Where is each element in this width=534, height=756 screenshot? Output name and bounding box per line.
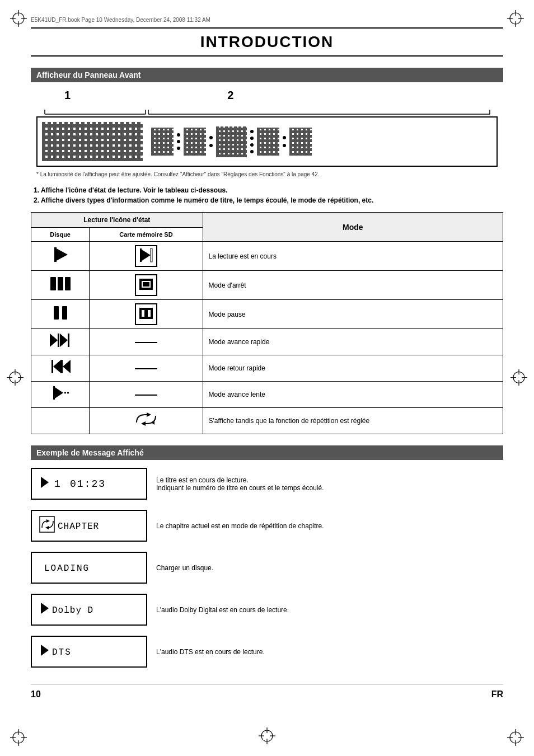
status-table: Lecture l'icône d'état Mode Disque Carte… [31, 212, 503, 434]
display-segment-left [42, 122, 143, 161]
display-footnote: * La luminosité de l'affichage peut être… [36, 171, 498, 177]
disk-icon-repeat [31, 408, 90, 434]
table-sub-header-disk: Disque [31, 228, 90, 242]
instructions: 1. Affiche l'icône d'état de lecture. Vo… [31, 186, 503, 204]
mode-playing: La lecture est en cours [203, 242, 503, 271]
disk-icon-pause [31, 300, 90, 329]
disk-icon-play [31, 242, 90, 271]
page-number-left: 10 [31, 689, 41, 699]
svg-rect-46 [50, 277, 56, 290]
example-row-3: LOADING Charger un disque. [31, 552, 503, 584]
svg-rect-55 [142, 310, 144, 317]
svg-marker-75 [46, 519, 50, 523]
svg-rect-47 [58, 277, 63, 290]
seg-block-4 [257, 128, 279, 156]
display-outer [36, 116, 498, 167]
mode-rew: Mode retour rapide [203, 355, 503, 382]
example-row-5: DTS L'audio DTS est en cours de lecture. [31, 636, 503, 668]
seg-dots-2 [250, 130, 254, 153]
svg-marker-81 [41, 645, 49, 656]
table-row: Mode d'arrêt [31, 271, 503, 300]
example-display-2: CHAPTER [31, 510, 147, 542]
svg-marker-59 [60, 334, 68, 347]
example-text-5: L'audio DTS est en cours de lecture. [156, 648, 503, 656]
sd-icon-ff [90, 329, 203, 355]
table-sub-header-sd: Carte mémoire SD [90, 228, 203, 242]
seg-block-1 [151, 128, 174, 156]
svg-rect-48 [65, 277, 71, 290]
sd-icon-repeat [90, 408, 203, 434]
svg-rect-44 [140, 248, 142, 262]
table-row: S'affiche tandis que la fonction de répé… [31, 408, 503, 434]
table-row: Mode avance lente [31, 382, 503, 408]
example-row-2: CHAPTER Le chapitre actuel est en mode d… [31, 510, 503, 542]
svg-marker-68 [147, 412, 151, 417]
svg-marker-79 [41, 603, 49, 614]
table-col1-header: Lecture l'icône d'état [31, 213, 203, 228]
disk-icon-slow [31, 382, 90, 408]
seg-colon-1 [209, 136, 213, 147]
svg-rect-63 [61, 360, 63, 373]
example-text-3: Charger un disque. [156, 564, 503, 572]
example-text-1: Le titre est en cours de lecture. Indiqu… [156, 476, 503, 492]
section2-header: Exemple de Message Affiché [31, 445, 503, 460]
mode-stop: Mode d'arrêt [203, 271, 503, 300]
mode-ff: Mode avance rapide [203, 329, 503, 355]
svg-rect-53 [62, 306, 67, 320]
seg-block-5 [289, 128, 312, 156]
svg-marker-76 [45, 526, 49, 529]
seg-colon-2 [283, 136, 286, 147]
display-panel-numbers: 1 2 [64, 89, 503, 102]
disk-icon-ff [31, 329, 90, 355]
seg-block-2 [184, 128, 206, 156]
example-display-5: DTS [31, 636, 147, 668]
table-col2-header: Mode [203, 213, 503, 242]
page-footer: 10 FR [31, 684, 503, 699]
mode-pause: Mode pause [203, 300, 503, 329]
panel-label-1: 1 [64, 89, 71, 102]
svg-rect-52 [54, 306, 59, 320]
svg-rect-74 [40, 516, 54, 532]
seg-block-3 [216, 126, 247, 157]
svg-text:Dolby D: Dolby D [52, 605, 93, 616]
mode-repeat: S'affiche tandis que la fonction de répé… [203, 408, 503, 434]
svg-marker-70 [151, 420, 154, 425]
svg-marker-71 [41, 477, 49, 488]
sd-icon-pause [90, 300, 203, 329]
page-number-right: FR [491, 689, 503, 699]
panel-bracket-svg [36, 104, 501, 115]
header-meta: E5K41UD_FR.book Page 10 Wednesday, Decem… [31, 17, 503, 23]
example-row-4: Dolby D L'audio Dolby Digital est en cou… [31, 594, 503, 626]
example-row-1: 1 01:23 Le titre est en cours de lecture… [31, 468, 503, 500]
example-text-4: L'audio Dolby Digital est en cours de le… [156, 606, 503, 614]
table-row: Mode avance rapide [31, 329, 503, 355]
svg-rect-45 [151, 248, 152, 262]
svg-marker-69 [141, 421, 146, 426]
instruction-2: 2. Affiche divers types d'information co… [34, 196, 503, 204]
sd-icon-rew [90, 355, 203, 382]
disk-icon-stop [31, 271, 90, 300]
example-display-1: 1 01:23 [31, 468, 147, 500]
table-row: Mode pause [31, 300, 503, 329]
svg-rect-54 [139, 308, 153, 319]
sd-icon-stop [90, 271, 203, 300]
svg-rect-56 [148, 310, 151, 317]
section1-header: Afficheur du Panneau Avant [31, 68, 503, 82]
mode-slow: Mode avance lente [203, 382, 503, 408]
svg-rect-66 [53, 386, 55, 400]
example-display-4: Dolby D [31, 594, 147, 626]
svg-marker-62 [53, 360, 61, 373]
svg-text:1: 1 [54, 478, 62, 490]
svg-rect-58 [58, 334, 59, 347]
svg-marker-57 [50, 334, 58, 347]
table-row: La lecture est en cours [31, 242, 503, 271]
svg-rect-60 [68, 334, 69, 347]
svg-rect-61 [51, 360, 53, 373]
table-row: Mode retour rapide [31, 355, 503, 382]
svg-text:CHAPTER: CHAPTER [58, 522, 99, 532]
display-panel-area: 1 2 [31, 89, 503, 177]
disk-icon-rew [31, 355, 90, 382]
example-display-3: LOADING [31, 552, 147, 584]
page-title: INTRODUCTION [31, 27, 503, 57]
display-segment-right [151, 122, 492, 161]
